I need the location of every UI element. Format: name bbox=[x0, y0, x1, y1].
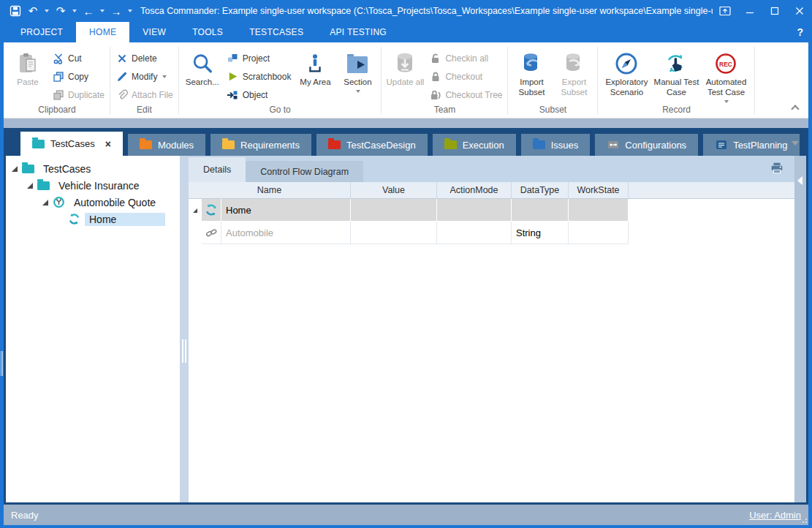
folder-icon bbox=[222, 140, 235, 149]
search-button[interactable]: Search... bbox=[181, 45, 224, 103]
details-panel: Details Control Flow Diagram Name bbox=[189, 156, 794, 502]
scratchbook-play-icon bbox=[227, 70, 239, 83]
tab-api-testing[interactable]: API TESTING bbox=[316, 22, 400, 42]
tab-home[interactable]: HOME bbox=[76, 22, 129, 42]
maximize-button[interactable] bbox=[762, 0, 787, 22]
ribbon-display-options-button[interactable] bbox=[713, 0, 737, 22]
ribbon-group-record: Exploratory Scenario Manual Test Case bbox=[599, 44, 754, 118]
undo-dropdown-icon[interactable] bbox=[45, 10, 49, 12]
goto-project-button[interactable]: Project bbox=[224, 51, 295, 65]
save-icon bbox=[10, 5, 21, 17]
cut-button[interactable]: Cut bbox=[49, 51, 107, 65]
print-button[interactable] bbox=[770, 162, 784, 175]
expander-icon[interactable] bbox=[12, 166, 18, 172]
workspace-tab-issues[interactable]: Issues bbox=[521, 134, 591, 156]
tree-item-vehicle-insurance[interactable]: Vehicle Insurance bbox=[6, 177, 180, 194]
tab-tools[interactable]: TOOLS bbox=[179, 22, 236, 42]
ribbon-separator bbox=[110, 47, 110, 115]
clipboard-small-buttons: Cut Copy bbox=[49, 45, 107, 103]
column-header-value[interactable]: Value bbox=[351, 182, 437, 198]
automated-test-case-button[interactable]: REC Automated Test Case bbox=[699, 45, 752, 103]
forward-dropdown-icon[interactable] bbox=[128, 10, 132, 12]
workspace-tab-testplanning[interactable]: TestPlanning bbox=[703, 134, 799, 156]
manual-test-case-button[interactable]: Manual Test Case bbox=[653, 45, 699, 103]
folder-icon bbox=[22, 163, 34, 174]
copy-button[interactable]: Copy bbox=[49, 69, 107, 83]
panel-splitter[interactable] bbox=[180, 156, 189, 502]
import-subset-button[interactable]: Import Subset bbox=[510, 45, 553, 103]
forward-button[interactable]: → bbox=[108, 2, 124, 20]
redo-dropdown-icon[interactable] bbox=[72, 10, 77, 12]
column-header-filler bbox=[629, 182, 794, 198]
user-admin-link[interactable]: User: Admin bbox=[749, 510, 801, 521]
goto-object-button[interactable]: Object bbox=[224, 88, 295, 102]
tab-view[interactable]: VIEW bbox=[129, 22, 179, 42]
right-collapse-strip[interactable] bbox=[794, 156, 806, 502]
redo-button[interactable]: ↷ bbox=[53, 2, 69, 20]
column-header-datatype[interactable]: DataType bbox=[512, 182, 569, 198]
workspace-tab-configurations[interactable]: Configurations bbox=[595, 134, 698, 156]
table-row-home[interactable]: Home bbox=[189, 199, 794, 222]
workspace-tab-testcasedesign[interactable]: TestCaseDesign bbox=[316, 134, 428, 156]
cell-value bbox=[351, 222, 437, 244]
workspace-tab-execution[interactable]: Execution bbox=[433, 134, 516, 156]
row-indent-cell bbox=[189, 222, 202, 244]
save-button[interactable] bbox=[7, 2, 23, 20]
tab-testcases[interactable]: TESTCASES bbox=[236, 22, 316, 42]
my-area-button[interactable]: My Area bbox=[294, 45, 336, 103]
manual-test-case-icon bbox=[664, 50, 688, 78]
close-tab-icon[interactable]: × bbox=[105, 138, 111, 150]
back-dropdown-icon[interactable] bbox=[100, 10, 105, 12]
help-button[interactable]: ? bbox=[797, 22, 803, 42]
tab-control-flow-diagram[interactable]: Control Flow Diagram bbox=[246, 161, 363, 182]
ribbon-separator bbox=[754, 47, 755, 115]
column-header-workstate[interactable]: WorkState bbox=[569, 182, 629, 198]
automated-dropdown-icon[interactable] bbox=[724, 100, 729, 103]
tree-item-automobile-quote[interactable]: Automobile Quote bbox=[6, 194, 180, 211]
back-button[interactable]: ← bbox=[80, 2, 96, 20]
refresh-icon bbox=[205, 203, 218, 216]
testplanning-icon bbox=[715, 139, 727, 151]
undo-button[interactable]: ↶ bbox=[25, 2, 41, 20]
minimize-button[interactable] bbox=[737, 0, 762, 22]
left-edge-grip[interactable] bbox=[1, 351, 3, 376]
ribbon: Paste Cut bbox=[4, 42, 808, 118]
status-bar: Ready User: Admin bbox=[4, 505, 808, 525]
cell-datatype: String bbox=[512, 222, 569, 244]
delete-button[interactable]: Delete bbox=[113, 51, 176, 65]
section-button[interactable]: Section bbox=[336, 45, 379, 103]
tree-item-testcases[interactable]: TestCases bbox=[6, 160, 180, 177]
configurations-icon bbox=[607, 139, 619, 151]
modify-button[interactable]: Modify bbox=[113, 69, 176, 83]
lock-icon bbox=[429, 70, 441, 83]
column-header-name[interactable]: Name bbox=[189, 182, 351, 198]
attach-file-button: Attach File bbox=[113, 88, 176, 102]
collapse-panel-icon[interactable] bbox=[797, 176, 802, 185]
section-icon bbox=[346, 50, 369, 78]
collapse-ribbon-icon[interactable] bbox=[791, 105, 799, 113]
goto-scratchbook-button[interactable]: Scratchbook bbox=[224, 69, 295, 83]
resize-grip[interactable] bbox=[800, 516, 807, 523]
folder-icon bbox=[444, 140, 457, 149]
tree-item-home[interactable]: Home bbox=[6, 211, 180, 227]
expander-icon[interactable] bbox=[42, 200, 48, 205]
row-expander-cell[interactable] bbox=[189, 199, 202, 222]
workspace-tab-testcases[interactable]: TestCases × bbox=[20, 132, 123, 156]
workspace-tab-requirements[interactable]: Requirements bbox=[210, 134, 311, 156]
expander-icon[interactable] bbox=[27, 183, 33, 189]
workspace-tab-strip: TestCases × Modules Requirements TestCas… bbox=[6, 134, 806, 156]
workspace-tab-modules[interactable]: Modules bbox=[128, 134, 205, 156]
ribbon-separator bbox=[178, 47, 179, 115]
column-header-actionmode[interactable]: ActionMode bbox=[437, 182, 512, 198]
modify-dropdown-icon[interactable] bbox=[162, 75, 167, 78]
section-dropdown-icon[interactable] bbox=[356, 90, 360, 93]
tab-project[interactable]: PROJECT bbox=[7, 22, 76, 42]
close-button[interactable] bbox=[787, 0, 812, 22]
tab-details[interactable]: Details bbox=[189, 157, 246, 182]
testcase-icon bbox=[53, 197, 65, 208]
table-row-automobile[interactable]: Automobile String bbox=[189, 222, 794, 244]
row-expander-icon[interactable] bbox=[193, 208, 197, 213]
refresh-icon bbox=[68, 214, 80, 225]
exploratory-scenario-button[interactable]: Exploratory Scenario bbox=[600, 45, 653, 103]
tab-strip-dropdown-icon[interactable] bbox=[792, 141, 799, 146]
